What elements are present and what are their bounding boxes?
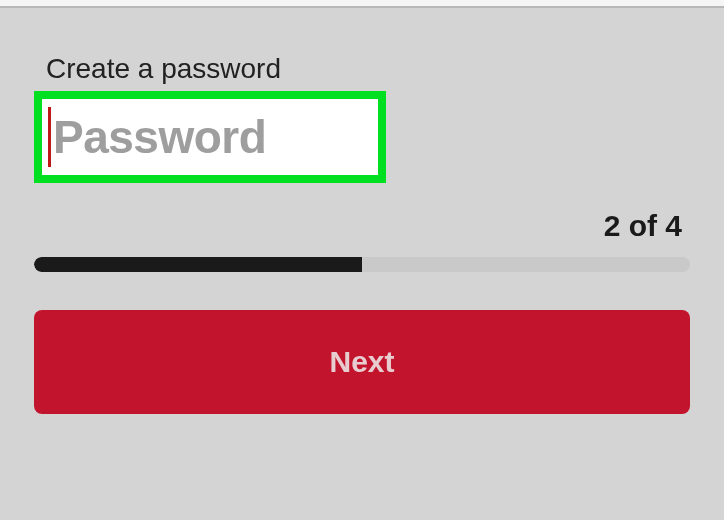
password-input-highlight: Password [34,91,386,183]
password-input[interactable]: Password [53,110,266,164]
step-counter: 2 of 4 [34,209,682,243]
text-cursor [48,107,51,167]
progress-fill [34,257,362,272]
next-button[interactable]: Next [34,310,690,414]
form-container: Create a password Password 2 of 4 Next [0,53,724,414]
password-label: Create a password [46,53,690,85]
top-divider [0,0,724,8]
progress-bar [34,257,690,272]
